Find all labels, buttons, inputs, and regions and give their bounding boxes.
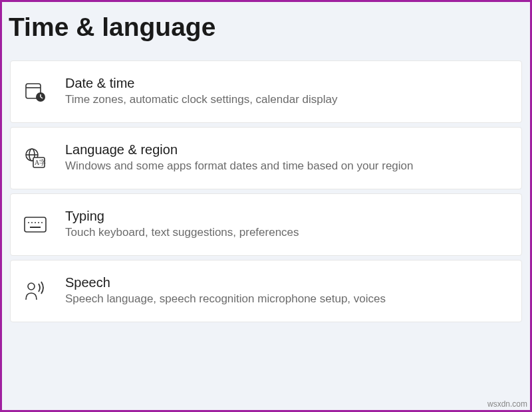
svg-point-15 bbox=[41, 222, 43, 223]
settings-item-desc: Touch keyboard, text suggestions, prefer… bbox=[65, 225, 299, 241]
svg-text:A字: A字 bbox=[35, 159, 46, 166]
calendar-clock-icon bbox=[21, 78, 49, 106]
svg-point-11 bbox=[28, 222, 29, 223]
svg-point-12 bbox=[31, 222, 33, 223]
settings-item-language-region[interactable]: A字 Language & region Windows and some ap… bbox=[10, 127, 522, 189]
settings-item-date-time[interactable]: Date & time Time zones, automatic clock … bbox=[10, 60, 522, 123]
settings-item-title: Language & region bbox=[65, 142, 414, 157]
watermark: wsxdn.com bbox=[487, 399, 527, 409]
settings-item-desc: Speech language, speech recognition micr… bbox=[65, 292, 386, 307]
settings-item-speech[interactable]: Speech Speech language, speech recogniti… bbox=[10, 260, 522, 322]
settings-list: Date & time Time zones, automatic clock … bbox=[2, 60, 530, 322]
svg-rect-10 bbox=[25, 217, 46, 232]
speech-icon bbox=[21, 277, 49, 305]
globe-language-icon: A字 bbox=[21, 144, 49, 172]
settings-item-title: Date & time bbox=[65, 76, 337, 91]
settings-item-title: Speech bbox=[65, 275, 386, 290]
settings-item-typing[interactable]: Typing Touch keyboard, text suggestions,… bbox=[10, 193, 522, 256]
settings-item-desc: Time zones, automatic clock settings, ca… bbox=[65, 92, 337, 108]
keyboard-icon bbox=[21, 211, 49, 239]
settings-item-title: Typing bbox=[65, 209, 299, 224]
settings-item-desc: Windows and some apps format dates and t… bbox=[65, 159, 414, 174]
page-title: Time & language bbox=[2, 2, 530, 60]
svg-point-13 bbox=[35, 222, 36, 223]
svg-point-17 bbox=[28, 283, 35, 290]
svg-point-14 bbox=[38, 222, 39, 223]
